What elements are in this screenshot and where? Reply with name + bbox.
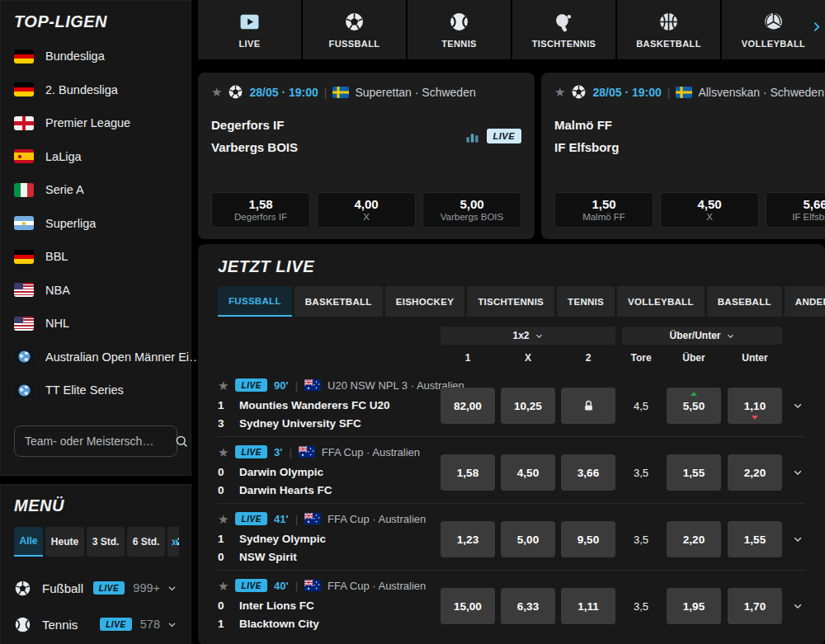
sidebar-item-laliga[interactable]: LaLiga: [14, 140, 177, 174]
live-badge: LIVE: [100, 618, 132, 631]
market-dropdown-1x2[interactable]: 1x2: [441, 327, 615, 345]
menu-sport-tennis[interactable]: Tennis LIVE 578: [14, 606, 177, 642]
match-teams[interactable]: Malmö FF IF Elfsborg: [554, 118, 619, 154]
filter-tab-heute[interactable]: Heute: [45, 527, 84, 557]
filter-tab-alle[interactable]: Alle: [14, 527, 43, 557]
away-team-line: 0 Darwin Hearts FC: [218, 484, 441, 496]
chevron-down-icon[interactable]: [167, 583, 177, 594]
live-tab-tennis[interactable]: TENNIS: [557, 286, 615, 317]
nav-scroll-right-icon[interactable]: [809, 20, 823, 34]
odds-button-1[interactable]: 1,58: [441, 454, 495, 491]
flag-australia-icon: [304, 513, 321, 524]
sport-tab-tischtennis[interactable]: TISCHTENNIS: [512, 0, 615, 59]
favorite-star-icon[interactable]: ★: [554, 86, 565, 98]
odds-button-away[interactable]: 5,66 IF Elfsborg: [766, 192, 825, 228]
sidebar-item-bbl[interactable]: BBL: [14, 240, 177, 274]
favorite-star-icon[interactable]: ★: [211, 86, 222, 98]
live-match-info[interactable]: ★ LIVE 40' | FFA Cup · Australien 0 Inte…: [218, 576, 441, 630]
favorite-star-icon[interactable]: ★: [218, 379, 229, 392]
pipe-separator: |: [295, 513, 298, 525]
sidebar-item-nhl[interactable]: NHL: [14, 307, 177, 341]
odds-button-x[interactable]: 10,25: [501, 388, 555, 424]
home-team-line: 0 Inter Lions FC: [218, 599, 441, 612]
match-teams[interactable]: Degerfors IF Varbergs BOIS: [211, 118, 298, 154]
odds-button-1[interactable]: 15,00: [441, 588, 495, 624]
odds-button-x[interactable]: 5,00: [501, 521, 555, 557]
live-tab-fussball[interactable]: FUSSBALL: [218, 286, 292, 317]
odds-button-1[interactable]: 1,23: [441, 521, 495, 557]
market-dropdown-over-under[interactable]: Über/Unter: [622, 327, 782, 345]
league-list: Bundesliga 2. Bundesliga Premier League …: [14, 40, 177, 407]
live-tab-andere[interactable]: ANDERE: [785, 286, 825, 317]
odds-button-x[interactable]: 4,50: [501, 454, 555, 491]
sidebar-item-2-bundesliga[interactable]: 2. Bundesliga: [14, 73, 177, 107]
odds-button-2[interactable]: 1,11: [561, 588, 615, 624]
sport-tab-live[interactable]: LIVE: [198, 0, 301, 59]
odds-button-under[interactable]: 2,20: [728, 454, 782, 491]
column-header-tore: Tore: [622, 352, 660, 364]
away-score: 0: [218, 551, 229, 563]
live-match-info[interactable]: ★ LIVE 3' | FFA Cup · Australien 0 Darwi…: [218, 442, 441, 496]
odds-button-x[interactable]: 6,33: [501, 588, 555, 624]
live-match-info[interactable]: ★ LIVE 41' | FFA Cup · Australien 1 Sydn…: [218, 509, 441, 563]
live-match-meta: ★ LIVE 41' | FFA Cup · Australien: [218, 510, 441, 527]
filters-scroll-right-icon[interactable]: »: [172, 534, 179, 550]
soccer-ball-icon: [228, 84, 243, 100]
sport-tab-tennis[interactable]: TENNIS: [408, 0, 511, 59]
sidebar-item-australian-open[interactable]: Australian Open Männer Ei…: [14, 341, 177, 374]
search-input[interactable]: [25, 435, 174, 448]
sidebar-item-premier-league[interactable]: Premier League: [14, 106, 177, 140]
odds-button-away[interactable]: 5,00 Varbergs BOIS: [422, 192, 521, 228]
sidebar-item-tt-elite-series[interactable]: TT Elite Series: [14, 374, 177, 407]
odds-button-under[interactable]: 1,10: [728, 388, 782, 424]
odds-button-home[interactable]: 1,50 Malmö FF: [554, 192, 653, 228]
odds-button-draw[interactable]: 4,50 X: [660, 192, 759, 228]
match-minute: 90': [274, 379, 289, 392]
flag-sweden-icon: [676, 87, 692, 98]
odds-button-under[interactable]: 1,70: [728, 588, 782, 624]
competition-label: FFA Cup · Australien: [322, 446, 420, 458]
sport-tab-basketball[interactable]: BASKETBALL: [617, 0, 720, 59]
filter-tab-6std[interactable]: 6 Std.: [127, 527, 165, 557]
live-tab-tischtennis[interactable]: TISCHTENNIS: [467, 286, 554, 317]
expand-row-chevron-icon[interactable]: [790, 467, 805, 478]
sidebar-item-nba[interactable]: NBA: [14, 274, 177, 308]
live-match-odds: 1,58 4,50 3,66 3,5 1,55 2,20: [441, 442, 805, 496]
expand-row-chevron-icon[interactable]: [790, 534, 805, 545]
soccer-ball-icon: [14, 580, 32, 597]
bar-chart-icon[interactable]: [464, 129, 480, 144]
trend-up-icon: [691, 392, 697, 396]
odds-button-1[interactable]: 82,00: [441, 388, 495, 424]
expand-row-chevron-icon[interactable]: [790, 400, 805, 411]
odds-button-over[interactable]: 5,50: [667, 388, 721, 424]
odds-button-under[interactable]: 1,55: [728, 521, 782, 557]
expand-row-chevron-icon[interactable]: [790, 600, 805, 612]
favorite-star-icon[interactable]: ★: [218, 513, 229, 525]
odds-button-home[interactable]: 1,58 Degerfors IF: [211, 192, 310, 228]
away-team-line: 3 Sydney University SFC: [218, 417, 441, 430]
tennis-ball-icon: [449, 12, 469, 32]
match-odds: 1,50 Malmö FF 4,50 X 5,66 IF Elfsborg: [554, 192, 825, 228]
match-card-status: LIVE: [464, 129, 521, 144]
odds-button-2[interactable]: 3,66: [561, 454, 615, 491]
live-tab-baseball[interactable]: BASEBALL: [707, 286, 782, 317]
sport-tab-fussball[interactable]: FUSSBALL: [303, 0, 406, 59]
menu-sport-fussball[interactable]: Fußball LIVE 999+: [14, 570, 177, 606]
live-match-info[interactable]: ★ LIVE 90' | U20 NSW NPL 3 · Australien …: [218, 375, 441, 430]
odds-button-draw[interactable]: 4,00 X: [317, 192, 416, 228]
odds-button-2[interactable]: 9,50: [561, 521, 615, 557]
main-content: LIVE FUSSBALL TENNIS TISCHTENNIS BASKETB…: [198, 0, 825, 644]
favorite-star-icon[interactable]: ★: [218, 446, 229, 458]
sidebar-item-serie-a[interactable]: Serie A: [14, 173, 177, 207]
chevron-down-icon[interactable]: [167, 619, 177, 630]
favorite-star-icon[interactable]: ★: [218, 580, 229, 592]
filter-tab-3std[interactable]: 3 Std.: [87, 527, 125, 557]
odds-button-over[interactable]: 1,95: [667, 588, 721, 624]
sidebar-item-bundesliga[interactable]: Bundesliga: [14, 40, 177, 73]
live-tab-eishockey[interactable]: EISHOCKEY: [385, 286, 464, 317]
odds-button-over[interactable]: 2,20: [667, 521, 721, 557]
odds-button-over[interactable]: 1,55: [667, 454, 721, 491]
live-tab-basketball[interactable]: BASKETBALL: [295, 286, 383, 317]
live-tab-volleyball[interactable]: VOLLEYBALL: [617, 286, 705, 317]
sidebar-item-superliga[interactable]: Superliga: [14, 207, 177, 241]
